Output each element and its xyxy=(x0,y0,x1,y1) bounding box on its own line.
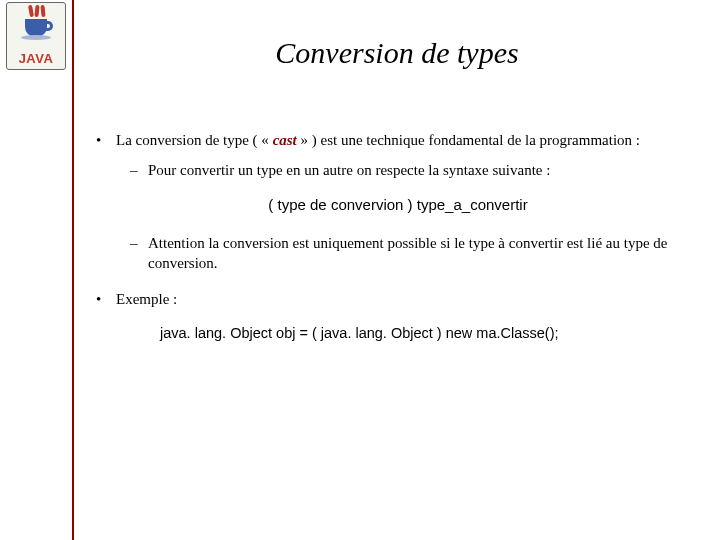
bullet-cast-definition: La conversion de type ( « cast » ) est u… xyxy=(90,130,680,273)
syntax-expression: ( type de convervion ) type_a_convertir xyxy=(116,195,680,215)
slide-title: Conversion de types xyxy=(74,36,720,70)
vertical-divider xyxy=(72,0,74,540)
cast-keyword: cast xyxy=(273,132,297,148)
slide-content: La conversion de type ( « cast » ) est u… xyxy=(90,130,680,359)
example-code: java. lang. Object obj = ( java. lang. O… xyxy=(160,324,680,344)
subbullet-syntax-intro: Pour convertir un type en un autre on re… xyxy=(116,160,680,180)
example-label: Exemple : xyxy=(116,291,177,307)
java-logo: JAVA xyxy=(6,2,66,70)
subbullet-warning: Attention la conversion est uniquement p… xyxy=(116,233,680,274)
bullet-example: Exemple : java. lang. Object obj = ( jav… xyxy=(90,289,680,343)
bullet1-suffix: » ) est une technique fondamental de la … xyxy=(297,132,640,148)
bullet1-prefix: La conversion de type ( « xyxy=(116,132,273,148)
java-logo-text: JAVA xyxy=(19,51,54,66)
coffee-cup-icon xyxy=(21,7,51,41)
